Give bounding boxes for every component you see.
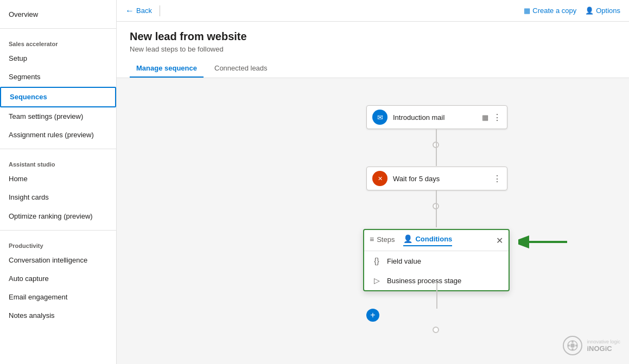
popup-close-button[interactable]: ✕ bbox=[496, 235, 503, 246]
options-button[interactable]: 👤 Options bbox=[585, 7, 620, 15]
node-wait-more-icon[interactable]: ⋮ bbox=[493, 174, 501, 184]
arrow-annotation bbox=[518, 226, 573, 258]
sidebar-item-conversation-intelligence[interactable]: Conversation intelligence bbox=[0, 251, 116, 270]
conditions-icon: 👤 bbox=[403, 234, 412, 243]
sidebar-item-segments[interactable]: Segments bbox=[0, 68, 116, 86]
node-introduction-mail-label: Introduction mail bbox=[393, 113, 482, 122]
watermark-logo bbox=[563, 336, 582, 355]
connector-line-3 bbox=[436, 282, 437, 309]
svg-point-6 bbox=[575, 344, 577, 347]
options-icon: 👤 bbox=[585, 7, 594, 15]
tabs: Manage sequence Connected leads bbox=[117, 60, 629, 78]
business-process-icon: ▷ bbox=[372, 276, 382, 285]
sidebar-item-assignment-rules[interactable]: Assignment rules (preview) bbox=[0, 126, 116, 144]
page-title: New lead from website bbox=[130, 30, 616, 43]
sidebar-section-assistant-studio: Assistant studio bbox=[0, 154, 116, 170]
watermark-logo-icon bbox=[567, 340, 579, 352]
node-introduction-mail[interactable]: ✉ Introduction mail ▦ ⋮ bbox=[366, 105, 507, 129]
node-more-icon[interactable]: ⋮ bbox=[493, 112, 501, 123]
topbar: ← Back ▦ Create a copy 👤 Options bbox=[117, 0, 629, 22]
options-label: Options bbox=[596, 7, 620, 15]
connector-line-1 bbox=[436, 129, 437, 166]
sidebar: Overview Sales accelerator Setup Segment… bbox=[0, 0, 117, 364]
back-arrow-icon: ← bbox=[125, 6, 134, 16]
add-step-button[interactable]: + bbox=[366, 309, 379, 322]
tab-connected-leads[interactable]: Connected leads bbox=[208, 60, 274, 78]
node-wait-actions: ⋮ bbox=[493, 174, 501, 184]
main-content: ← Back ▦ Create a copy 👤 Options New lea… bbox=[117, 0, 629, 364]
field-value-icon: {} bbox=[372, 257, 382, 265]
back-label: Back bbox=[136, 7, 152, 15]
copy-icon: ▦ bbox=[524, 7, 530, 15]
email-icon: ✉ bbox=[372, 110, 387, 125]
watermark: innovative logic iNOGiC bbox=[563, 336, 620, 355]
svg-point-5 bbox=[568, 344, 570, 347]
topbar-left: ← Back bbox=[125, 5, 164, 16]
sidebar-section-sales-accelerator: Sales accelerator bbox=[0, 33, 116, 49]
connector-dot-3 bbox=[433, 327, 439, 333]
svg-point-3 bbox=[571, 341, 574, 343]
divider-2 bbox=[0, 149, 116, 149]
node-wait-label: Wait for 5 days bbox=[393, 175, 493, 183]
popup-tab-steps[interactable]: ≡ Steps bbox=[370, 235, 395, 246]
tab-manage-sequence[interactable]: Manage sequence bbox=[130, 60, 204, 78]
node-introduction-mail-actions: ▦ ⋮ bbox=[482, 112, 501, 123]
svg-point-4 bbox=[571, 348, 574, 350]
popup-item-field-value-label: Field value bbox=[387, 257, 421, 265]
watermark-text: innovative logic iNOGiC bbox=[587, 339, 620, 353]
back-button[interactable]: ← Back bbox=[125, 6, 152, 16]
divider-3 bbox=[0, 230, 116, 231]
sidebar-item-optimize-ranking[interactable]: Optimize ranking (preview) bbox=[0, 207, 116, 226]
page-subtitle: New lead steps to be followed bbox=[130, 45, 616, 53]
sidebar-item-overview[interactable]: Overview bbox=[0, 5, 116, 24]
sidebar-item-email-engagement[interactable]: Email engagement bbox=[0, 288, 116, 306]
popup-item-business-process-label: Business process stage bbox=[387, 277, 461, 285]
connector-line-2 bbox=[436, 190, 437, 227]
svg-point-2 bbox=[570, 343, 575, 348]
topbar-divider bbox=[160, 5, 160, 16]
popup-tab-conditions-label: Conditions bbox=[415, 235, 452, 243]
sidebar-item-auto-capture[interactable]: Auto capture bbox=[0, 270, 116, 288]
divider-1 bbox=[0, 28, 116, 29]
sidebar-section-productivity: Productivity bbox=[0, 235, 116, 251]
canvas: ✉ Introduction mail ▦ ⋮ ✕ Wait for 5 day… bbox=[117, 78, 629, 364]
sidebar-item-insight-cards[interactable]: Insight cards bbox=[0, 188, 116, 207]
sidebar-item-setup[interactable]: Setup bbox=[0, 49, 116, 68]
popup-tabs: ≡ Steps 👤 Conditions ✕ bbox=[364, 230, 509, 251]
create-copy-button[interactable]: ▦ Create a copy bbox=[524, 7, 576, 15]
plus-icon: + bbox=[370, 310, 375, 320]
popup-tab-steps-label: Steps bbox=[377, 235, 395, 244]
sidebar-item-home[interactable]: Home bbox=[0, 170, 116, 188]
node-copy-icon[interactable]: ▦ bbox=[482, 113, 488, 122]
sidebar-item-team-settings[interactable]: Team settings (preview) bbox=[0, 107, 116, 126]
wait-icon: ✕ bbox=[372, 171, 387, 186]
topbar-right: ▦ Create a copy 👤 Options bbox=[524, 7, 620, 15]
page-header: New lead from website New lead steps to … bbox=[117, 22, 629, 53]
sidebar-item-notes-analysis[interactable]: Notes analysis bbox=[0, 306, 116, 325]
node-wait-for-days[interactable]: ✕ Wait for 5 days ⋮ bbox=[366, 167, 507, 190]
sidebar-item-sequences[interactable]: Sequences bbox=[0, 87, 116, 107]
create-copy-label: Create a copy bbox=[532, 7, 576, 15]
steps-icon: ≡ bbox=[370, 235, 374, 244]
popup-tab-conditions[interactable]: 👤 Conditions bbox=[403, 234, 452, 246]
popup-item-field-value[interactable]: {} Field value bbox=[364, 251, 509, 271]
